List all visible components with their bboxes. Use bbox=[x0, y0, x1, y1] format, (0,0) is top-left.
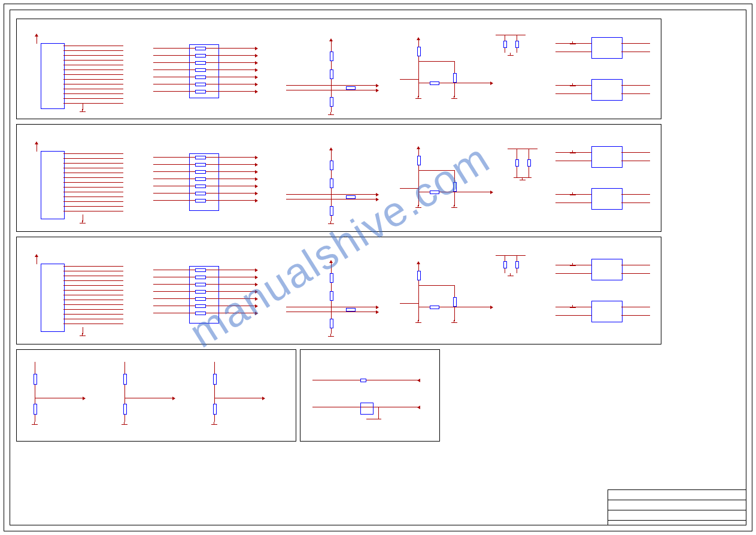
net-port-icon bbox=[255, 83, 258, 86]
ic-block bbox=[591, 259, 623, 280]
ground-icon bbox=[508, 53, 514, 58]
resistor bbox=[330, 52, 333, 61]
net-port-icon bbox=[255, 61, 258, 65]
ground-icon bbox=[570, 305, 576, 310]
bottom-block-switch bbox=[300, 349, 440, 442]
schematic-row-2 bbox=[16, 124, 661, 232]
net-port-icon bbox=[83, 397, 86, 400]
ic-block bbox=[591, 188, 623, 210]
net-port-icon bbox=[255, 304, 258, 308]
ground-icon bbox=[328, 221, 334, 226]
drawing-frame: /* connector pins */ bbox=[10, 10, 746, 525]
ground-icon bbox=[415, 96, 421, 101]
title-row bbox=[608, 490, 746, 500]
capacitor bbox=[527, 159, 531, 167]
resistor bbox=[330, 69, 333, 79]
ground-icon bbox=[122, 422, 127, 427]
net-port-icon bbox=[255, 90, 258, 93]
net-port-icon bbox=[255, 68, 258, 72]
net-port-icon bbox=[376, 198, 379, 201]
connector-j3 bbox=[41, 264, 65, 332]
connector-j2 bbox=[41, 151, 65, 219]
net-port-icon bbox=[255, 170, 258, 174]
net-port-icon bbox=[255, 268, 258, 272]
title-block bbox=[608, 489, 746, 525]
net-port-icon bbox=[376, 89, 379, 92]
ground-icon bbox=[570, 150, 576, 155]
capacitor bbox=[515, 41, 519, 48]
net-port-icon bbox=[172, 397, 175, 400]
net-port-icon bbox=[255, 192, 258, 195]
net-port-icon bbox=[417, 379, 420, 382]
resistor bbox=[346, 86, 356, 90]
title-row bbox=[608, 510, 746, 521]
ground-icon bbox=[451, 205, 457, 210]
net-port-icon bbox=[255, 185, 258, 188]
ground-icon bbox=[32, 422, 38, 427]
net-port-icon bbox=[376, 84, 379, 87]
title-row bbox=[608, 521, 746, 530]
ground-icon bbox=[328, 334, 334, 338]
net-port-icon bbox=[255, 283, 258, 286]
ground-icon bbox=[328, 112, 334, 117]
net-port-icon bbox=[255, 177, 258, 181]
capacitor bbox=[515, 261, 519, 268]
resistor bbox=[330, 97, 333, 107]
net-port-icon bbox=[255, 47, 258, 50]
ground-icon bbox=[80, 220, 86, 225]
net-port-icon bbox=[255, 75, 258, 79]
resistor bbox=[417, 47, 421, 56]
resistor bbox=[453, 73, 457, 83]
schematic-page: /* connector pins */ bbox=[0, 0, 756, 535]
net-port-icon bbox=[490, 306, 493, 309]
ground-icon bbox=[520, 177, 526, 182]
ic-block bbox=[591, 146, 623, 168]
net-port-icon bbox=[255, 276, 258, 279]
net-port-icon bbox=[255, 297, 258, 301]
ground-icon bbox=[570, 41, 576, 46]
net-port-icon bbox=[376, 310, 379, 314]
ground-icon bbox=[415, 320, 421, 325]
ground-icon bbox=[508, 273, 514, 278]
net-port-icon bbox=[255, 312, 258, 315]
capacitor bbox=[503, 41, 507, 48]
title-row bbox=[608, 500, 746, 510]
net-port-icon bbox=[490, 191, 493, 194]
ground-icon bbox=[80, 109, 86, 114]
net-port-icon bbox=[376, 193, 379, 197]
capacitor bbox=[360, 379, 366, 382]
net-port-icon bbox=[255, 156, 258, 159]
ground-icon bbox=[451, 96, 457, 101]
ground-icon bbox=[80, 333, 86, 338]
ic-block bbox=[591, 301, 623, 322]
schematic-row-1: /* connector pins */ bbox=[16, 19, 661, 119]
ic-block bbox=[591, 79, 623, 101]
ground-icon bbox=[570, 263, 576, 268]
connector-j1 bbox=[41, 43, 65, 109]
ground-icon bbox=[211, 422, 217, 427]
net-port-icon bbox=[262, 397, 265, 400]
net-port-icon bbox=[417, 406, 420, 409]
ground-icon bbox=[570, 83, 576, 88]
net-port-icon bbox=[490, 81, 493, 85]
capacitor bbox=[515, 159, 519, 167]
ground-icon bbox=[570, 192, 576, 197]
ground-icon bbox=[451, 320, 457, 325]
schematic-row-3 bbox=[16, 237, 661, 344]
mosfet bbox=[360, 403, 374, 415]
net-port-icon bbox=[255, 199, 258, 202]
capacitor bbox=[503, 261, 507, 268]
net-port-icon bbox=[255, 54, 258, 58]
net-port-icon bbox=[255, 290, 258, 294]
net-port-icon bbox=[255, 163, 258, 167]
ic-block bbox=[591, 37, 623, 59]
resistor bbox=[430, 81, 439, 85]
bottom-block-pullups bbox=[16, 349, 296, 442]
ground-icon bbox=[415, 205, 421, 210]
net-port-icon bbox=[376, 306, 379, 309]
